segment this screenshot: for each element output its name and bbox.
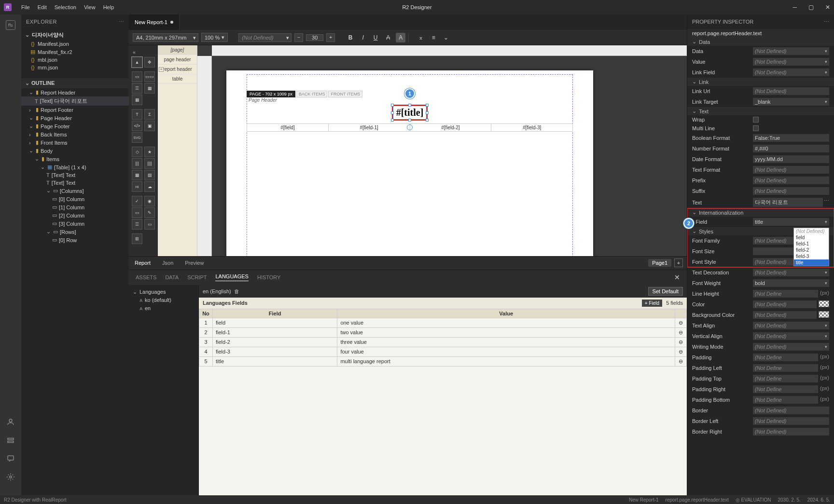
menu-edit[interactable]: Edit [34, 4, 51, 10]
add-page-button[interactable]: + [674, 259, 683, 267]
dropdown-option-field[interactable]: field [794, 234, 829, 241]
lang-row-field-1[interactable]: 2field-1two value⊖ [199, 327, 687, 337]
tool-list[interactable]: ☰ [132, 219, 142, 230]
intl-field-dropdown[interactable]: (Not Defined)fieldfield-1field-2field-3t… [793, 228, 829, 266]
tool-code[interactable]: </> [132, 121, 142, 131]
page-indicator[interactable]: Page1 [648, 259, 671, 267]
tool-input[interactable]: ▭ [132, 207, 142, 218]
front-items-tag[interactable]: FRONT ITEMS [328, 91, 362, 97]
field-cell-1[interactable]: #[field-1] [329, 124, 410, 131]
project-folder[interactable]: ⌄디자이너양식 [21, 30, 129, 40]
prop-padtop[interactable]: (Not Define [753, 375, 818, 382]
field-cell-0[interactable]: #[field] [247, 124, 329, 131]
fontsize-decrease-button[interactable]: − [294, 33, 303, 42]
prop-border[interactable]: (Not Defined) [753, 407, 829, 414]
row-action-icon[interactable]: ⊖ [679, 349, 683, 354]
prop-prefix[interactable]: (Not Defined) [753, 177, 829, 184]
prop-bgcolor[interactable]: (Not Defined) [753, 311, 817, 319]
outline--1--Column[interactable]: ▭[1] Column [21, 203, 129, 211]
outline-Report-Header[interactable]: ⌄▮Report Header [21, 88, 129, 96]
tool-container1[interactable]: ▭ [132, 71, 142, 82]
prop-padding[interactable]: (Not Define [753, 354, 818, 361]
prop-dateformat[interactable]: yyyy.MM.dd [753, 155, 829, 163]
lang-ko[interactable]: ᴀko (default) [131, 296, 196, 304]
file-mrn.json[interactable]: {}mrn.json [27, 64, 129, 71]
activity-settings-icon[interactable] [6, 472, 15, 482]
tool-align[interactable]: ⊞ [132, 233, 142, 244]
subtab-assets[interactable]: ASSETS [136, 274, 156, 280]
set-default-button[interactable]: Set Default [648, 287, 683, 296]
menu-file[interactable]: File [17, 4, 34, 10]
close-icon[interactable]: ✕ [825, 4, 830, 11]
tool-summary[interactable]: Σ [144, 109, 155, 120]
prop-textdeco[interactable]: (Not Defined)▾ [753, 269, 829, 276]
canvas[interactable]: PAGE - 702 x 1009 px BACK ITEMS FRONT IT… [197, 45, 687, 256]
tool-sign[interactable]: ✎ [144, 207, 155, 218]
subtab-script[interactable]: SCRIPT [187, 274, 207, 280]
zoom-select[interactable]: 100 % ▾ [201, 33, 228, 42]
outline-Page-Footer[interactable]: ⌄▮Page Footer [21, 122, 129, 130]
subtab-data[interactable]: DATA [165, 274, 179, 280]
outline--2--Column[interactable]: ▭[2] Column [21, 211, 129, 219]
file-mbl.json[interactable]: {}mbl.json [27, 56, 129, 64]
explorer-more-icon[interactable]: ⋯ [119, 19, 125, 25]
prop-color[interactable]: (Not Defined) [753, 300, 817, 308]
tool-hi[interactable]: HI [132, 181, 142, 192]
prop-textformat[interactable]: (Not Defined) [753, 166, 829, 174]
textcolor-button[interactable]: A [396, 33, 405, 42]
prop-lineheight[interactable]: (Not Define [753, 290, 818, 298]
row-action-icon[interactable]: ⊖ [679, 320, 683, 326]
subtab-history[interactable]: HISTORY [257, 274, 281, 280]
lang-en[interactable]: ᴀen [131, 304, 196, 313]
lang-row-field-3[interactable]: 4field-3four value⊖ [199, 347, 687, 356]
tab-preview-view[interactable]: Preview [179, 257, 209, 270]
group-text[interactable]: ⌄Text [687, 107, 834, 115]
align-top-button[interactable]: ⌅ [416, 33, 426, 42]
outline--Columns-[interactable]: ⌄▭[Columns] [21, 187, 129, 195]
lang-root[interactable]: ⌄Languages [131, 288, 196, 296]
tool-star[interactable]: ★ [144, 147, 155, 157]
activity-designer-icon[interactable]: R₂ [6, 20, 15, 30]
prop-writemode[interactable]: (Not Defined)▾ [753, 343, 829, 351]
outline--3--Column[interactable]: ▭[3] Column [21, 219, 129, 228]
dropdown-option-field-2[interactable]: field-2 [794, 247, 829, 253]
outline-Body[interactable]: ⌄▮Body [21, 147, 129, 155]
activity-account-icon[interactable] [6, 417, 15, 427]
prop-numformat[interactable]: #,##0 [753, 145, 829, 152]
pagesize-select[interactable]: A4, 210mm x 297mm▾ [133, 33, 198, 42]
dropdown-option-field-1[interactable]: field-1 [794, 241, 829, 247]
prop-wrap[interactable] [753, 117, 759, 123]
tool-container2[interactable]: ▭▭ [144, 71, 155, 82]
prop-borderright[interactable]: (Not Defined) [753, 428, 829, 436]
fontsize-increase-button[interactable]: + [326, 33, 335, 42]
prop-data[interactable]: (Not Defined)▾ [753, 47, 829, 55]
strikethrough-button[interactable]: A [383, 33, 393, 42]
prop-text[interactable]: 다국어 리포트 [753, 198, 823, 207]
menu-help[interactable]: Help [99, 4, 118, 10]
group-intl[interactable]: ⌄Internationalization [687, 208, 834, 217]
tab-json-view[interactable]: Json [156, 257, 179, 270]
prop-multiline[interactable] [753, 125, 759, 131]
outline-tree[interactable]: ⌄▮Report HeaderT[Text] 다국어 리포트›▮Report F… [21, 88, 129, 495]
lang-row-title[interactable]: 5titlemulti language report⊖ [199, 356, 687, 366]
outline-Report-Footer[interactable]: ›▮Report Footer [21, 106, 129, 114]
tool-stamp[interactable]: ☁ [144, 181, 155, 192]
tool-panel[interactable]: ▭ [144, 219, 155, 230]
subtab-languages[interactable]: LANGUAGES [215, 273, 248, 281]
outline--0--Column[interactable]: ▭[0] Column [21, 195, 129, 203]
tab-report[interactable]: New Report-1 [129, 14, 180, 30]
tool-bar2[interactable]: |||| [144, 158, 155, 169]
row-action-icon[interactable]: ⊖ [679, 329, 683, 335]
minimize-icon[interactable]: ─ [792, 4, 797, 11]
tool-qr[interactable]: ▩ [132, 170, 142, 180]
outline--Text--Text[interactable]: T[Text] Text [21, 171, 129, 179]
struct-reportheader[interactable]: +report header [158, 65, 197, 74]
add-field-button[interactable]: + Field [642, 300, 662, 307]
lang-row-field-2[interactable]: 3field-2three value⊖ [199, 337, 687, 347]
prop-boolformat[interactable]: False:True [753, 134, 829, 142]
row-action-icon[interactable]: ⊖ [679, 358, 683, 364]
prop-padleft[interactable]: (Not Define [753, 364, 818, 372]
outline--Text--Text[interactable]: T[Text] Text [21, 179, 129, 187]
prop-padbottom[interactable]: (Not Define [753, 396, 818, 404]
prop-textalign[interactable]: (Not Defined)▾ [753, 322, 829, 329]
